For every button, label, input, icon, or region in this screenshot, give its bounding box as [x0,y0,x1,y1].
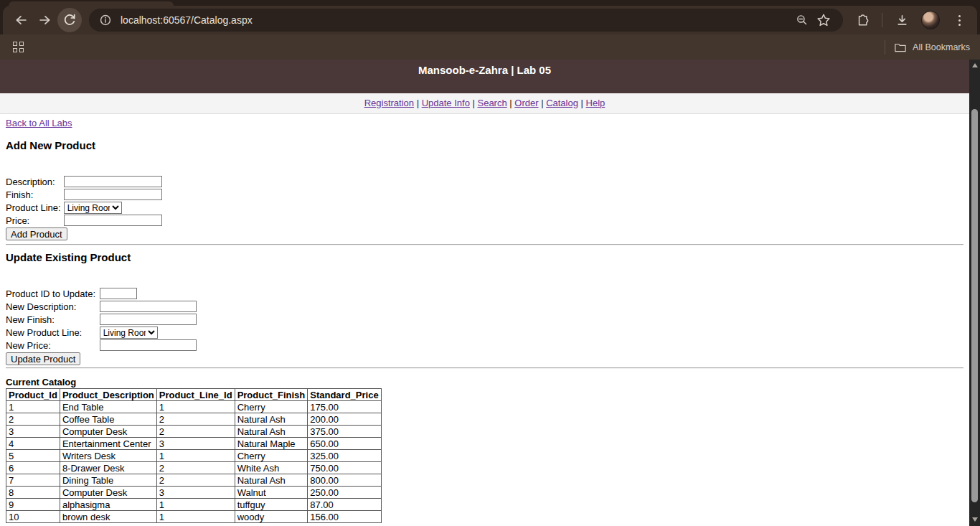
page-banner: Mansoob-e-Zahra | Lab 05 [0,60,969,93]
reload-button[interactable] [57,8,82,32]
bookmark-star-icon[interactable] [813,9,834,31]
table-cell: 3 [156,487,235,499]
new-description-input[interactable] [100,301,197,312]
form-row: Description: [6,176,969,189]
nav-link-registration[interactable]: Registration [364,98,414,108]
catalog-table-body: 1End Table1Cherry175.002Coffee Table2Nat… [6,401,382,523]
nav-link-order[interactable]: Order [514,98,538,108]
all-bookmarks-label: All Bookmarks [913,42,970,52]
menu-button[interactable] [947,8,971,32]
new-finish-label: New Finish: [6,314,97,326]
new-description-label: New Description: [6,301,97,313]
new-finish-input[interactable] [100,314,197,325]
form-row: New Price: [6,339,969,352]
table-cell: 325.00 [308,450,381,462]
table-cell: Writers Desk [60,450,156,462]
form-row: Product ID to Update: [6,288,969,301]
form-row: New Finish: [6,314,969,327]
extensions-button[interactable] [850,8,875,32]
all-bookmarks-group[interactable]: All Bookmarks [882,40,970,55]
table-row: 3Computer Desk2Natural Ash375.00 [6,426,382,438]
table-cell: 2 [156,413,235,426]
new-product-line-label: New Product Line: [6,327,97,339]
web-page: Mansoob-e-Zahra | Lab 05 Registration | … [0,60,969,526]
table-cell: 7 [6,474,60,487]
new-price-label: New Price: [6,339,97,352]
browser-toolbar: localhost:60567/Catalog.aspx [3,6,977,34]
url-text[interactable]: localhost:60567/Catalog.aspx [121,14,253,26]
table-cell: 1 [156,499,235,511]
form-row: Update Product [6,352,969,365]
table-cell: 1 [156,450,235,462]
table-row: 68-Drawer Desk2White Ash750.00 [6,462,382,474]
table-cell: 1 [156,511,235,523]
table-cell: 156.00 [308,511,381,523]
nav-link-update-info[interactable]: Update Info [422,98,470,108]
active-tab[interactable] [9,1,174,6]
table-row: 8Computer Desk3Walnut250.00 [6,487,382,499]
table-row: 2Coffee Table2Natural Ash200.00 [6,413,382,426]
site-info-icon[interactable] [98,12,113,28]
back-to-all-labs-link[interactable]: Back to All Labs [6,118,72,128]
table-cell: 6 [6,462,60,474]
table-cell: Natural Maple [235,438,308,450]
table-cell: White Ash [235,462,308,474]
menu-kebab-icon [951,11,968,29]
table-cell: 750.00 [308,462,381,474]
back-button[interactable] [9,8,33,32]
downloads-button[interactable] [890,8,914,32]
add-product-button[interactable]: Add Product [6,227,67,240]
bookmarks-bar: All Bookmarks [0,34,980,60]
nav-link-search[interactable]: Search [477,98,507,108]
back-arrow-icon [12,11,29,29]
table-cell: 650.00 [308,438,381,450]
page-scrollbar[interactable] [969,60,980,526]
update-product-form: Product ID to Update: New Description: N… [6,288,969,365]
nav-link-help[interactable]: Help [586,98,606,108]
price-input[interactable] [64,215,162,226]
update-product-heading: Update Existing Product [6,251,969,263]
table-cell: 1 [156,401,235,413]
profile-button[interactable] [918,8,943,32]
bookmarks-folder-icon [894,42,907,53]
table-cell: Coffee Table [60,413,156,426]
table-cell: 8-Drawer Desk [60,462,156,474]
table-cell: 2 [156,462,235,474]
new-price-input[interactable] [100,339,197,351]
table-row: 4Entertainment Center3Natural Maple650.0… [6,438,382,450]
table-cell: 1 [6,401,60,413]
catalog-header-row: Product_IdProduct_DescriptionProduct_Lin… [6,389,382,401]
table-cell: 175.00 [308,401,381,413]
product-line-select[interactable]: Living Room [64,202,122,214]
update-product-button[interactable]: Update Product [6,352,80,365]
address-bar[interactable]: localhost:60567/Catalog.aspx [89,9,843,32]
forward-arrow-icon [37,11,54,29]
extensions-puzzle-icon [854,12,871,29]
finish-input[interactable] [64,189,162,200]
apps-button[interactable] [10,39,27,56]
description-input[interactable] [64,176,162,187]
finish-label: Finish: [6,189,61,201]
scroll-up-icon[interactable] [969,60,980,70]
toolbar-separator [882,13,882,27]
scrollbar-thumb[interactable] [971,109,978,502]
description-label: Description: [6,176,61,188]
table-cell: Computer Desk [60,487,156,499]
product-id-input[interactable] [100,288,137,299]
scroll-down-icon[interactable] [969,514,980,525]
table-cell: 200.00 [308,413,381,426]
page-viewport: Mansoob-e-Zahra | Lab 05 Registration | … [0,60,980,526]
zoom-out-icon[interactable] [791,9,813,31]
section-divider [6,367,963,369]
page-nav: Registration | Update Info | Search | Or… [0,93,969,114]
new-product-line-select[interactable]: Living Room [100,327,158,339]
section-divider [6,244,963,245]
add-product-heading: Add New Product [6,139,969,151]
table-cell: Natural Ash [235,413,308,426]
table-cell: 8 [6,487,60,499]
forward-button[interactable] [33,8,57,32]
form-row: Add Product [6,227,969,240]
nav-link-catalog[interactable]: Catalog [546,98,578,108]
table-cell: Entertainment Center [60,438,156,450]
table-cell: 9 [6,499,60,511]
